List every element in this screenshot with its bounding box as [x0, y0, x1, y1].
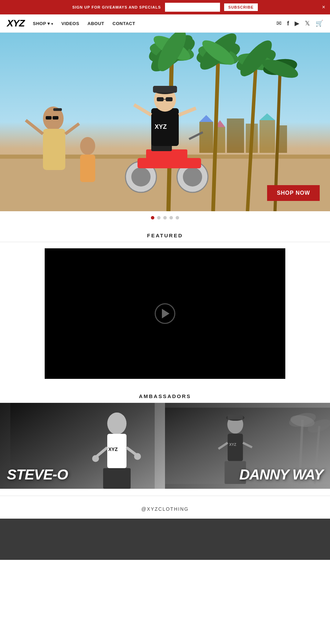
hero-slider: XYZ SHOP NOW	[0, 33, 330, 211]
announcement-bar: SIGN UP FOR GIVEAWAYS AND SPECIALS SUBSC…	[0, 0, 330, 14]
svg-text:XYZ: XYZ	[108, 447, 118, 452]
slide-dot-4[interactable]	[169, 216, 173, 219]
nav-links: SHOP ▾ VIDEOS ABOUT CONTACT	[33, 21, 276, 26]
nav-about[interactable]: ABOUT	[88, 21, 104, 26]
ambassadors-grid: XYZ STEVE-O	[0, 403, 330, 489]
email-icon[interactable]: ✉	[276, 20, 282, 27]
slide-dot-5[interactable]	[176, 216, 179, 219]
nav-videos[interactable]: VIDEOS	[61, 21, 79, 26]
slide-dot-1[interactable]	[151, 216, 154, 219]
main-nav: XYZ SHOP ▾ VIDEOS ABOUT CONTACT ✉ f ▶ 𝕏 …	[0, 14, 330, 33]
facebook-icon[interactable]: f	[287, 20, 289, 27]
featured-video[interactable]	[45, 248, 285, 379]
svg-rect-74	[228, 415, 243, 419]
shop-now-button[interactable]: SHOP NOW	[267, 185, 320, 201]
svg-point-63	[92, 455, 99, 462]
ambassador-steve-o[interactable]: XYZ STEVE-O	[0, 403, 165, 489]
announce-text: SIGN UP FOR GIVEAWAYS AND SPECIALS	[72, 5, 161, 9]
svg-rect-75	[228, 433, 243, 461]
nav-contact[interactable]: CONTACT	[112, 21, 135, 26]
svg-text:XYZ: XYZ	[229, 442, 236, 447]
ambassadors-section-header: AMBASSADORS	[0, 385, 330, 403]
site-logo[interactable]: XYZ	[7, 18, 24, 29]
svg-point-65	[134, 453, 141, 460]
ambassador-danny-way[interactable]: XYZ DANNY WAY	[165, 403, 330, 489]
social-tag-text: @XYZCLOTHING	[141, 506, 189, 512]
site-footer	[0, 519, 330, 560]
play-button[interactable]	[155, 303, 175, 324]
subscribe-button[interactable]: SUBSCRIBE	[224, 3, 258, 11]
nav-shop[interactable]: SHOP ▾	[33, 21, 53, 26]
cart-icon[interactable]: 🛒	[316, 20, 323, 27]
steve-o-name: STEVE-O	[7, 467, 68, 482]
svg-rect-61	[103, 468, 131, 489]
svg-point-58	[107, 413, 126, 434]
announce-email-input[interactable]	[165, 3, 220, 12]
youtube-icon[interactable]: ▶	[295, 20, 299, 27]
ambassadors-section: AMBASSADORS XYZ	[0, 385, 330, 489]
social-tag: @XYZCLOTHING	[0, 496, 330, 519]
danny-way-name: DANNY WAY	[239, 467, 323, 482]
play-triangle-icon	[162, 309, 169, 318]
nav-icon-group: ✉ f ▶ 𝕏 🛒	[276, 20, 323, 27]
slider-dots	[0, 211, 330, 224]
slide-dot-3[interactable]	[163, 216, 167, 219]
close-announce-button[interactable]: ×	[322, 4, 325, 10]
twitter-icon[interactable]: 𝕏	[305, 20, 310, 27]
hero-background	[0, 33, 330, 211]
slide-dot-2[interactable]	[157, 216, 161, 219]
featured-section-header: FEATURED	[0, 224, 330, 242]
